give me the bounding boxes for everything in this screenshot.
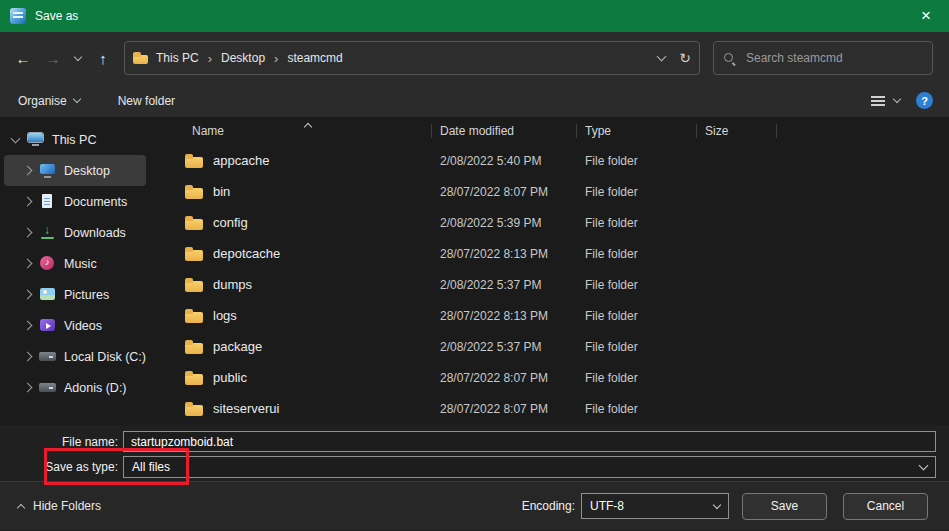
dialog-icon: [10, 8, 26, 24]
hide-folders-button[interactable]: Hide Folders: [18, 499, 101, 513]
search-input[interactable]: [744, 50, 923, 66]
address-bar[interactable]: This PC › Desktop › steamcmd ↻: [124, 41, 700, 75]
column-label: Date modified: [440, 124, 514, 138]
search-box: [713, 41, 933, 75]
breadcrumb-desktop[interactable]: Desktop: [221, 51, 265, 65]
table-row[interactable]: public 28/07/2022 8:07 PM File folder: [178, 362, 949, 393]
up-button[interactable]: ↑: [88, 43, 118, 73]
chevron-right-icon[interactable]: [23, 352, 33, 362]
folder-icon: [185, 278, 203, 292]
chevron-right-icon[interactable]: [23, 383, 33, 393]
sidebar-item-desktop[interactable]: Desktop: [4, 155, 146, 186]
chevron-right-icon[interactable]: [23, 259, 33, 269]
hide-folders-label: Hide Folders: [33, 499, 101, 513]
folder-icon: [185, 340, 203, 354]
table-row[interactable]: appcache 2/08/2022 5:40 PM File folder: [178, 145, 949, 176]
table-row[interactable]: logs 28/07/2022 8:13 PM File folder: [178, 300, 949, 331]
back-button[interactable]: ←: [8, 43, 38, 73]
row-date: 28/07/2022 8:07 PM: [432, 402, 577, 416]
documents-icon: [39, 194, 56, 209]
row-type: File folder: [577, 371, 697, 385]
command-toolbar: Organise New folder ?: [0, 84, 949, 117]
folder-icon: [185, 216, 203, 230]
row-name: siteserverui: [213, 401, 279, 416]
table-row[interactable]: bin 28/07/2022 8:07 PM File folder: [178, 176, 949, 207]
music-icon: [39, 256, 56, 271]
row-date: 28/07/2022 8:07 PM: [432, 185, 577, 199]
table-row[interactable]: depotcache 28/07/2022 8:13 PM File folde…: [178, 238, 949, 269]
file-rows: appcache 2/08/2022 5:40 PM File folder b…: [178, 145, 949, 425]
chevron-expanded-icon[interactable]: [11, 133, 21, 143]
sidebar-item-label: Videos: [64, 319, 102, 333]
row-name: bin: [213, 184, 230, 199]
row-name: public: [213, 370, 247, 385]
sidebar-item-downloads[interactable]: Downloads: [4, 217, 146, 248]
chevron-right-icon[interactable]: [23, 321, 33, 331]
sidebar-item-music[interactable]: Music: [4, 248, 146, 279]
file-name-label: File name:: [0, 435, 118, 449]
save-button[interactable]: Save: [742, 493, 827, 520]
encoding-label: Encoding:: [522, 499, 575, 513]
file-list: Name Date modified Type Size appcache 2/…: [178, 117, 949, 425]
navigation-pane: This PC Desktop Documents Downloads Musi: [0, 117, 150, 425]
sidebar-item-adonis-d[interactable]: Adonis (D:): [4, 372, 146, 403]
encoding-value: UTF-8: [590, 499, 624, 513]
sidebar-item-label: Documents: [64, 195, 127, 209]
column-label: Type: [585, 124, 611, 138]
view-options-button[interactable]: [871, 96, 900, 106]
save-as-type-dropdown[interactable]: All files: [123, 456, 936, 478]
sidebar-item-this-pc[interactable]: This PC: [4, 124, 146, 155]
help-button[interactable]: ?: [916, 92, 933, 109]
sidebar-item-local-disk-c[interactable]: Local Disk (C:): [4, 341, 146, 372]
row-type: File folder: [577, 402, 697, 416]
row-name: appcache: [213, 153, 269, 168]
sidebar-item-pictures[interactable]: Pictures: [4, 279, 146, 310]
address-dropdown-icon[interactable]: [657, 52, 667, 62]
column-label: Size: [705, 124, 728, 138]
chevron-right-icon[interactable]: [23, 228, 33, 238]
chevron-right-icon[interactable]: [23, 166, 33, 176]
row-date: 28/07/2022 8:13 PM: [432, 247, 577, 261]
breadcrumb-steamcmd[interactable]: steamcmd: [287, 51, 342, 65]
cancel-button[interactable]: Cancel: [843, 493, 928, 520]
sidebar-item-videos[interactable]: Videos: [4, 310, 146, 341]
breadcrumb-this-pc[interactable]: This PC: [156, 51, 199, 65]
chevron-right-icon[interactable]: [23, 197, 33, 207]
sidebar-item-documents[interactable]: Documents: [4, 186, 146, 217]
sidebar-item-label: Local Disk (C:): [64, 350, 146, 364]
column-headers: Name Date modified Type Size: [178, 117, 949, 145]
row-name: depotcache: [213, 246, 280, 261]
row-date: 28/07/2022 8:13 PM: [432, 309, 577, 323]
folder-icon: [133, 52, 148, 64]
organise-button[interactable]: Organise: [18, 94, 80, 108]
this-pc-icon: [27, 132, 44, 147]
chevron-right-icon[interactable]: [23, 290, 33, 300]
row-type: File folder: [577, 154, 697, 168]
table-row[interactable]: dumps 2/08/2022 5:37 PM File folder: [178, 269, 949, 300]
table-row[interactable]: config 2/08/2022 5:39 PM File folder: [178, 207, 949, 238]
disk-icon: [39, 349, 56, 364]
filename-section: File name: Save as type: All files: [0, 425, 949, 481]
close-button[interactable]: ×: [903, 0, 949, 32]
titlebar: Save as ×: [0, 0, 949, 32]
column-header-type[interactable]: Type: [577, 117, 697, 145]
encoding-dropdown[interactable]: UTF-8: [581, 493, 729, 519]
refresh-icon[interactable]: ↻: [679, 50, 691, 66]
chevron-down-icon: [893, 95, 901, 103]
row-name: config: [213, 215, 248, 230]
forward-button[interactable]: →: [38, 43, 68, 73]
column-header-date-modified[interactable]: Date modified: [432, 117, 577, 145]
table-row[interactable]: package 2/08/2022 5:37 PM File folder: [178, 331, 949, 362]
breadcrumb-separator: ›: [208, 51, 212, 66]
recent-locations-button[interactable]: [68, 43, 88, 73]
file-name-input[interactable]: [123, 431, 936, 452]
column-header-name[interactable]: Name: [178, 117, 432, 145]
sort-ascending-icon: [304, 123, 312, 131]
column-header-size[interactable]: Size: [697, 117, 777, 145]
row-type: File folder: [577, 185, 697, 199]
new-folder-button[interactable]: New folder: [118, 94, 175, 108]
sidebar-item-label: Pictures: [64, 288, 109, 302]
table-row[interactable]: siteserverui 28/07/2022 8:07 PM File fol…: [178, 393, 949, 424]
footer-bar: Hide Folders Encoding: UTF-8 Save Cancel: [0, 481, 949, 530]
row-type: File folder: [577, 216, 697, 230]
